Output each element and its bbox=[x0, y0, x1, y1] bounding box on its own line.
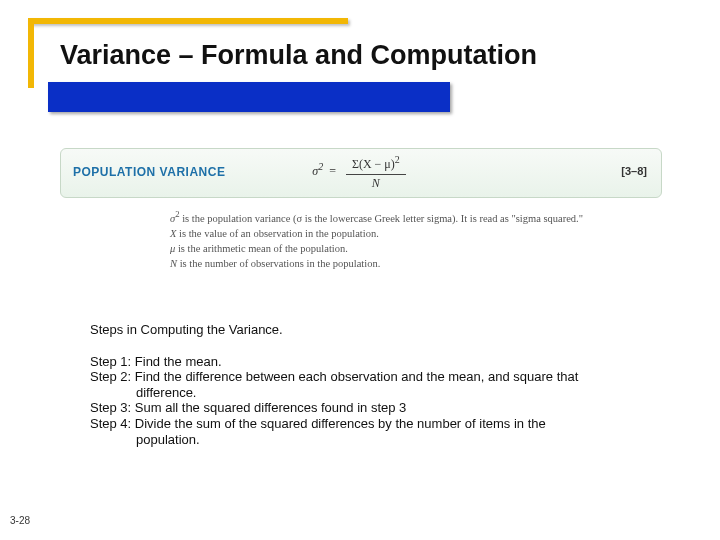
formula-num-prefix: Σ( bbox=[352, 157, 363, 171]
step-line: Step 4: Divide the sum of the squared di… bbox=[90, 416, 650, 432]
step-line: Step 3: Sum all the squared differences … bbox=[90, 400, 650, 416]
formula-num-minus: − bbox=[372, 157, 385, 171]
symbol-definitions: σ2 is the population variance (σ is the … bbox=[170, 208, 650, 271]
definition-row: μ is the arithmetic mean of the populati… bbox=[170, 241, 650, 256]
definition-text: is the population variance (σ is the low… bbox=[180, 213, 583, 224]
definition-row: X is the value of an observation in the … bbox=[170, 226, 650, 241]
formula-num-x: X bbox=[363, 157, 372, 171]
formula-num-exp: 2 bbox=[395, 154, 400, 165]
step-line-continuation: population. bbox=[90, 432, 650, 448]
step-line: Step 1: Find the mean. bbox=[90, 354, 650, 370]
definition-row: σ2 is the population variance (σ is the … bbox=[170, 208, 650, 226]
definition-text: is the arithmetic mean of the population… bbox=[175, 243, 348, 254]
formula-panel: POPULATION VARIANCE σ2 = Σ(X − μ)2 N [3–… bbox=[60, 148, 662, 198]
definition-text: is the number of observations in the pop… bbox=[177, 258, 380, 269]
definition-text: is the value of an observation in the po… bbox=[176, 228, 378, 239]
formula-expression: σ2 = Σ(X − μ)2 N bbox=[61, 153, 661, 191]
formula-denominator: N bbox=[346, 175, 406, 191]
formula-reference: [3–8] bbox=[621, 165, 647, 177]
steps-block: Steps in Computing the Variance. Step 1:… bbox=[90, 322, 650, 447]
accent-bar-horizontal bbox=[28, 18, 348, 24]
definition-symbol: N bbox=[170, 258, 177, 269]
formula-lhs-exp: 2 bbox=[318, 161, 323, 172]
accent-bar-vertical bbox=[28, 18, 34, 88]
definition-row: N is the number of observations in the p… bbox=[170, 256, 650, 271]
step-line: Step 2: Find the difference between each… bbox=[90, 369, 650, 385]
page-number: 3-28 bbox=[10, 515, 30, 526]
step-line-continuation: difference. bbox=[90, 385, 650, 401]
title-underline-bar bbox=[48, 82, 450, 112]
slide-title: Variance – Formula and Computation bbox=[60, 40, 537, 71]
steps-heading: Steps in Computing the Variance. bbox=[90, 322, 650, 338]
